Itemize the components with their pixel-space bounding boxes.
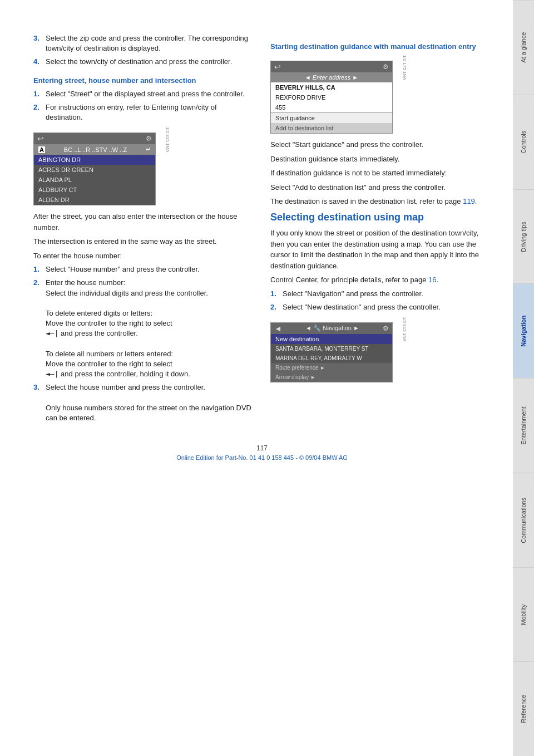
screen-mockup-3: ◄ ◄ 🔧 Navigation ► ⚙ New destination SAN… bbox=[270, 322, 393, 382]
screen-1-cursor: A bbox=[38, 146, 45, 153]
screen-mockup-1-wrapper: ↩ ⚙ A BC ..L ..R ..STV ..W ..Z ↵ ABINGTO… bbox=[33, 127, 156, 211]
screen-mockup-2: ↩ ⚙ ◄ Enter address ► BEVERLY HILLS, CA … bbox=[270, 61, 393, 134]
sidebar: At a glance Controls Driving tips Naviga… bbox=[513, 0, 534, 756]
screen-1-topbar: ↩ ⚙ bbox=[34, 133, 155, 144]
screen-mockup-2-wrapper: ↩ ⚙ ◄ Enter address ► BEVERLY HILLS, CA … bbox=[270, 55, 393, 139]
house-step-1: 1. Select "House number" and press the c… bbox=[33, 264, 254, 274]
screen-1-row-1: ACRES DR GREEN bbox=[34, 165, 155, 175]
house-step-2-text: Enter the house number:Select the indivi… bbox=[46, 278, 254, 379]
screen-2-start-guidance: Start guidance bbox=[271, 112, 392, 123]
screen-mockup-1: ↩ ⚙ A BC ..L ..R ..STV ..W ..Z ↵ ABINGTO… bbox=[33, 132, 156, 205]
main-content: 3. Select the zip code and press the con… bbox=[0, 0, 513, 756]
sidebar-tab-entertainment[interactable]: Entertainment bbox=[513, 378, 534, 473]
footer: 117 Online Edition for Part-No. 01 41 0 … bbox=[33, 444, 491, 461]
screen-2-back-icon: ↩ bbox=[274, 62, 281, 71]
screen-2-address-3: 455 bbox=[271, 102, 392, 112]
screen-3-santa-barbara: SANTA BARBARA, MONTERREY ST bbox=[271, 344, 392, 354]
online-edition-text: Online Edition for Part-No. 01 41 0 158 … bbox=[33, 454, 491, 461]
sidebar-tab-communications[interactable]: Communications bbox=[513, 473, 534, 567]
entering-step-1-num: 1. bbox=[33, 89, 43, 99]
screen-3-arrow-display: Arrow display ► bbox=[271, 372, 392, 382]
screen-1-back-icon: ↩ bbox=[37, 134, 44, 143]
starting-text-1: Select "Start guidance" and press the co… bbox=[270, 139, 491, 150]
selecting-step-1: 1. Select "Navigation" and press the con… bbox=[270, 289, 491, 299]
screen-2-settings-icon: ⚙ bbox=[383, 63, 389, 71]
screen-1-row-4: ALDEN DR bbox=[34, 195, 155, 205]
step-4-text: Select the town/city of destination and … bbox=[46, 57, 254, 67]
screen-1-row-3: ALDBURY CT bbox=[34, 185, 155, 195]
step-3-num: 3. bbox=[33, 33, 43, 53]
screen-3-route-preference: Route preference ► bbox=[271, 363, 392, 372]
step-4: 4. Select the town/city of destination a… bbox=[33, 57, 254, 67]
house-step-1-num: 1. bbox=[33, 264, 43, 274]
starting-text-3: If destination guidance is not to be sta… bbox=[270, 168, 491, 179]
sidebar-tab-reference[interactable]: Reference bbox=[513, 661, 534, 756]
house-step-2: 2. Enter the house number:Select the ind… bbox=[33, 278, 254, 379]
house-step-3-text: Select the house number and press the co… bbox=[46, 382, 254, 423]
selecting-step-1-num: 1. bbox=[270, 289, 280, 299]
selecting-step-1-text: Select "Navigation" and press the contro… bbox=[283, 289, 491, 299]
sidebar-tab-at-a-glance[interactable]: At a glance bbox=[513, 0, 534, 95]
screen-1-settings-icon: ⚙ bbox=[146, 135, 152, 143]
sidebar-tab-mobility[interactable]: Mobility bbox=[513, 567, 534, 662]
starting-text-5: The destination is saved in the destinat… bbox=[270, 196, 491, 207]
selecting-step-2: 2. Select "New destination" and press th… bbox=[270, 302, 491, 312]
after-street-text-3: To enter the house number: bbox=[33, 251, 254, 262]
after-street-text-1: After the street, you can also enter the… bbox=[33, 211, 254, 233]
selecting-step-2-text: Select "New destination" and press the c… bbox=[283, 302, 491, 312]
selecting-steps: 1. Select "Navigation" and press the con… bbox=[270, 289, 491, 312]
screen-1-enter-icon: ↵ bbox=[146, 146, 151, 153]
screen-3-back-icon: ◄ bbox=[274, 324, 282, 333]
starting-text-4: Select "Add to destination list" and pre… bbox=[270, 182, 491, 193]
screen-3-label: 1/2 815 1NA bbox=[402, 317, 407, 341]
sidebar-tab-controls[interactable]: Controls bbox=[513, 95, 534, 189]
house-step-3: 3. Select the house number and press the… bbox=[33, 382, 254, 423]
entering-steps: 1. Select "Street" or the displayed stre… bbox=[33, 89, 254, 123]
step-3-text: Select the zip code and press the contro… bbox=[46, 33, 254, 53]
screen-2-address-1: BEVERLY HILLS, CA bbox=[271, 82, 392, 92]
entering-step-2: 2. For instructions on entry, refer to E… bbox=[33, 102, 254, 122]
sidebar-tab-driving-tips[interactable]: Driving tips bbox=[513, 189, 534, 284]
screen-2-label: 1/2 175 1NA bbox=[402, 55, 407, 80]
screen-mockup-3-wrapper: ◄ ◄ 🔧 Navigation ► ⚙ New destination SAN… bbox=[270, 317, 393, 388]
entering-section-heading: Entering street, house number and inters… bbox=[33, 76, 254, 85]
screen-1-label: 1/2 815 1MA bbox=[165, 127, 170, 152]
screen-2-enter-address: ◄ Enter address ► bbox=[271, 72, 392, 82]
step-3: 3. Select the zip code and press the con… bbox=[33, 33, 254, 53]
screen-1-input-row: A BC ..L ..R ..STV ..W ..Z ↵ bbox=[34, 144, 155, 155]
selecting-intro: If you only know the street or position … bbox=[270, 228, 491, 271]
right-column: Starting destination guidance with manua… bbox=[270, 33, 491, 428]
starting-text-2: Destination guidance starts immediately. bbox=[270, 154, 491, 165]
screen-3-new-destination: New destination bbox=[271, 334, 392, 344]
screen-1-row-2: ALANDA PL bbox=[34, 175, 155, 185]
page-number: 117 bbox=[33, 444, 491, 452]
steps-3-4: 3. Select the zip code and press the con… bbox=[33, 33, 254, 67]
screen-2-topbar: ↩ ⚙ bbox=[271, 61, 392, 72]
selecting-step-2-num: 2. bbox=[270, 302, 280, 312]
screen-2-address-2: REXFORD DRIVE bbox=[271, 92, 392, 102]
screen-3-topbar: ◄ ◄ 🔧 Navigation ► ⚙ bbox=[271, 323, 392, 334]
house-step-1-text: Select "House number" and press the cont… bbox=[46, 264, 254, 274]
left-column: 3. Select the zip code and press the con… bbox=[33, 33, 254, 428]
starting-section-heading: Starting destination guidance with manua… bbox=[270, 42, 491, 51]
screen-1-keyboard: BC ..L ..R ..STV ..W ..Z bbox=[64, 146, 127, 153]
screen-2-add-destination: Add to destination list bbox=[271, 123, 392, 133]
after-street-text-2: The intersection is entered in the same … bbox=[33, 236, 254, 247]
house-steps: 1. Select "House number" and press the c… bbox=[33, 264, 254, 423]
selecting-ref: Control Center, for principle details, r… bbox=[270, 274, 491, 286]
entering-step-2-num: 2. bbox=[33, 102, 43, 122]
step-4-num: 4. bbox=[33, 57, 43, 67]
entering-step-2-text: For instructions on entry, refer to Ente… bbox=[46, 102, 254, 122]
selecting-section-heading: Selecting destination using map bbox=[270, 212, 491, 224]
house-step-3-num: 3. bbox=[33, 382, 43, 423]
screen-3-settings-icon: ⚙ bbox=[383, 325, 389, 332]
screen-3-nav-label: ◄ 🔧 Navigation ► bbox=[305, 325, 359, 332]
entering-step-1: 1. Select "Street" or the displayed stre… bbox=[33, 89, 254, 99]
house-step-2-num: 2. bbox=[33, 278, 43, 379]
sidebar-tab-navigation[interactable]: Navigation bbox=[513, 283, 534, 378]
screen-1-row-0: ABINGTON DR bbox=[34, 155, 155, 165]
entering-step-1-text: Select "Street" or the displayed street … bbox=[46, 89, 254, 99]
screen-3-marina: MARINA DEL REY, ADMIRALTY W bbox=[271, 354, 392, 363]
